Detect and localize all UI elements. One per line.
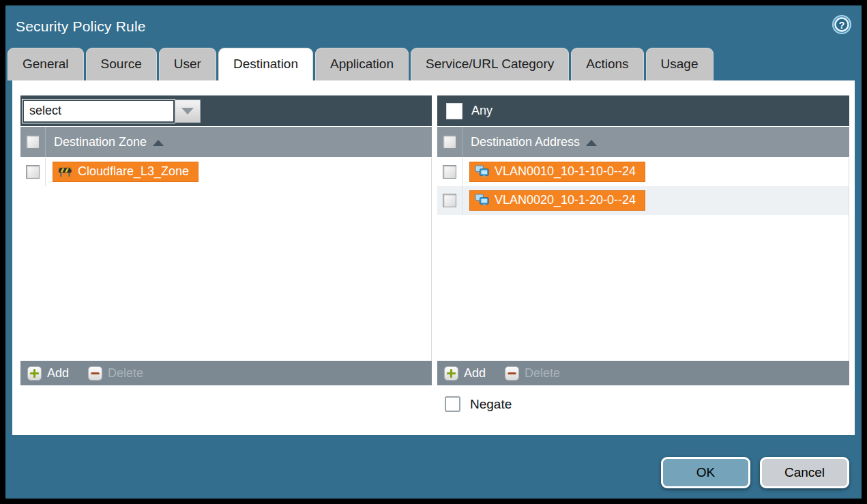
zone-select-dropdown-button[interactable]: [175, 100, 201, 123]
delete-minus-icon: [88, 366, 102, 381]
zone-column-header: Destination Zone: [20, 127, 432, 157]
zone-row-checkbox[interactable]: [26, 165, 40, 179]
address-column-header: Destination Address: [437, 127, 849, 157]
zone-panel-toolbar: [20, 95, 432, 126]
address-panel-toolbar: Any: [437, 95, 849, 126]
address-select-all-checkbox[interactable]: [443, 135, 456, 149]
sort-asc-icon: [153, 140, 164, 146]
dialog-button-row: OK Cancel: [661, 457, 849, 488]
tab-destination[interactable]: Destination: [218, 48, 313, 80]
zone-icon: [58, 166, 72, 177]
table-row: VLAN0020_10-1-20-0--24: [437, 186, 849, 215]
dialog-title: Security Policy Rule: [16, 18, 146, 35]
address-item-chip[interactable]: VLAN0020_10-1-20-0--24: [469, 190, 645, 211]
address-delete-button[interactable]: Delete: [505, 366, 560, 381]
any-label: Any: [471, 104, 493, 118]
negate-label: Negate: [470, 397, 512, 412]
zone-item-chip[interactable]: Cloudflare_L3_Zone: [53, 162, 199, 182]
zone-column-header-label[interactable]: Destination Zone: [54, 135, 164, 149]
destination-address-panel: Any Destination Address: [437, 95, 849, 385]
zone-delete-button[interactable]: Delete: [88, 366, 143, 381]
tab-application[interactable]: Application: [315, 48, 409, 80]
table-row: Cloudflare_L3_Zone: [20, 158, 431, 186]
dialog-title-bar: Security Policy Rule ?: [5, 5, 862, 48]
help-icon[interactable]: ?: [832, 14, 852, 35]
zone-select-all-checkbox[interactable]: [26, 135, 40, 149]
tab-strip: General Source User Destination Applicat…: [5, 48, 862, 80]
svg-text:?: ?: [839, 20, 845, 31]
any-checkbox[interactable]: [446, 103, 462, 119]
chevron-down-icon: [181, 108, 194, 115]
cancel-button[interactable]: Cancel: [760, 457, 849, 488]
tab-user[interactable]: User: [159, 48, 216, 80]
address-row-checkbox[interactable]: [443, 165, 456, 179]
zone-panel-footer: Add Delete: [20, 361, 432, 385]
zone-rows: Cloudflare_L3_Zone: [20, 158, 432, 361]
add-plus-icon: [444, 366, 458, 381]
add-plus-icon: [27, 366, 42, 381]
destination-zone-panel: Destination Zone: [20, 95, 432, 385]
address-icon: [475, 194, 489, 207]
table-row: VLAN0010_10-1-10-0--24: [437, 158, 849, 186]
negate-option: Negate: [445, 396, 512, 412]
tab-service-url-category[interactable]: Service/URL Category: [411, 48, 569, 80]
security-policy-rule-dialog: Security Policy Rule ? General Source Us…: [5, 5, 862, 499]
zone-add-button[interactable]: Add: [27, 366, 69, 381]
address-item-chip[interactable]: VLAN0010_10-1-10-0--24: [469, 162, 645, 182]
tab-general[interactable]: General: [8, 48, 84, 80]
delete-minus-icon: [505, 366, 519, 381]
tab-source[interactable]: Source: [86, 48, 157, 80]
address-panel-footer: Add Delete: [437, 361, 849, 385]
zone-select-input[interactable]: [23, 100, 175, 123]
tab-actions[interactable]: Actions: [571, 48, 643, 80]
tab-usage[interactable]: Usage: [646, 48, 714, 80]
destination-tab-content: Destination Zone: [12, 80, 855, 435]
address-add-button[interactable]: Add: [444, 366, 486, 381]
negate-checkbox[interactable]: [445, 396, 460, 412]
address-icon: [475, 165, 489, 178]
address-rows: VLAN0010_10-1-10-0--24: [437, 158, 849, 361]
address-column-header-label[interactable]: Destination Address: [471, 135, 597, 149]
ok-button[interactable]: OK: [661, 457, 750, 488]
address-row-checkbox[interactable]: [443, 194, 456, 207]
sort-asc-icon: [586, 140, 597, 146]
